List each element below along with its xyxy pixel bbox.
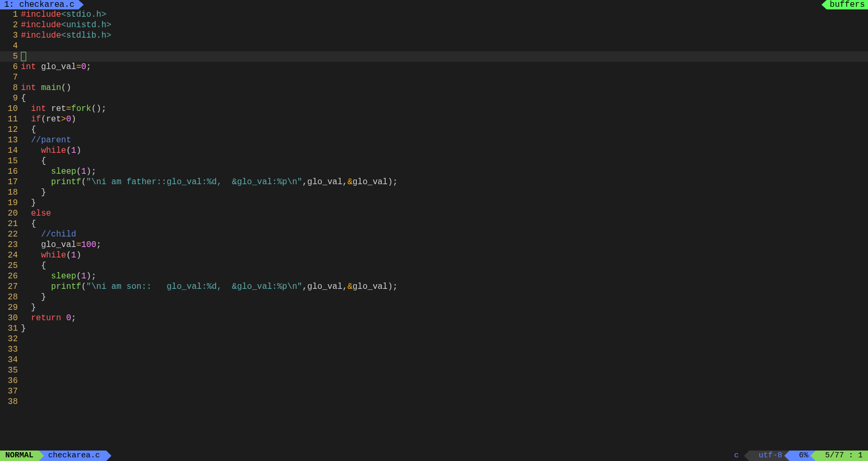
- code-line[interactable]: 34: [0, 355, 868, 365]
- line-number: 11: [0, 114, 21, 125]
- code-content: }: [21, 187, 868, 198]
- code-content: #include<stdio.h>: [21, 9, 868, 20]
- code-line[interactable]: 7: [0, 72, 868, 83]
- code-line[interactable]: 36: [0, 376, 868, 386]
- code-line[interactable]: 13 //parent: [0, 135, 868, 145]
- code-content: [21, 344, 868, 355]
- code-content: [21, 386, 868, 397]
- line-number: 3: [0, 30, 21, 41]
- code-line[interactable]: 3#include<stdlib.h>: [0, 30, 868, 41]
- line-number: 4: [0, 41, 21, 51]
- code-content: #include<stdlib.h>: [21, 30, 868, 41]
- code-content: //child: [21, 229, 868, 240]
- line-number: 38: [0, 397, 21, 407]
- code-content: int glo_val=0;: [21, 62, 868, 72]
- line-number: 2: [0, 20, 21, 30]
- code-content: if(ret>0): [21, 114, 868, 125]
- tab-label: 1: checkarea.c: [4, 0, 74, 10]
- code-line[interactable]: 23 glo_val=100;: [0, 240, 868, 250]
- line-number: 7: [0, 72, 21, 83]
- mode-text: NORMAL: [5, 451, 33, 461]
- tab-bar: 1: checkarea.c buffers: [0, 0, 868, 9]
- position-segment: 5/77 : 1: [816, 451, 868, 461]
- cursor: [21, 52, 26, 61]
- code-content: {: [21, 93, 868, 104]
- line-number: 34: [0, 355, 21, 365]
- code-line[interactable]: 4: [0, 41, 868, 51]
- code-content: int main(): [21, 83, 868, 93]
- code-content: glo_val=100;: [21, 240, 868, 250]
- code-line[interactable]: 10 int ret=fork();: [0, 104, 868, 114]
- code-line[interactable]: 19 }: [0, 198, 868, 208]
- code-line[interactable]: 31}: [0, 323, 868, 334]
- code-content: [21, 41, 868, 51]
- code-line[interactable]: 20 else: [0, 208, 868, 219]
- code-line[interactable]: 1#include<stdio.h>: [0, 9, 868, 20]
- code-line[interactable]: 29 }: [0, 302, 868, 313]
- line-number: 28: [0, 292, 21, 302]
- code-line[interactable]: 12 {: [0, 125, 868, 135]
- code-content: }: [21, 302, 868, 313]
- code-content: while(1): [21, 145, 868, 156]
- code-line[interactable]: 5: [0, 51, 868, 62]
- code-line[interactable]: 27 printf("\ni am son:: glo_val:%d, &glo…: [0, 282, 868, 292]
- code-line[interactable]: 18 }: [0, 187, 868, 198]
- code-line[interactable]: 26 sleep(1);: [0, 271, 868, 282]
- code-line[interactable]: 30 return 0;: [0, 313, 868, 323]
- line-number: 15: [0, 156, 21, 166]
- code-line[interactable]: 24 while(1): [0, 250, 868, 261]
- code-line[interactable]: 35: [0, 365, 868, 376]
- code-line[interactable]: 8int main(): [0, 83, 868, 93]
- line-number: 21: [0, 219, 21, 229]
- code-line[interactable]: 2#include<unistd.h>: [0, 20, 868, 30]
- line-number: 5: [0, 51, 21, 62]
- code-content: int ret=fork();: [21, 104, 868, 114]
- code-line[interactable]: 6int glo_val=0;: [0, 62, 868, 72]
- code-line[interactable]: 16 sleep(1);: [0, 166, 868, 177]
- code-line[interactable]: 33: [0, 344, 868, 355]
- line-number: 37: [0, 386, 21, 397]
- code-line[interactable]: 38: [0, 397, 868, 407]
- code-content: [21, 355, 868, 365]
- editor-area[interactable]: 1#include<stdio.h>2#include<unistd.h>3#i…: [0, 9, 868, 451]
- line-number: 17: [0, 177, 21, 187]
- code-content: return 0;: [21, 313, 868, 323]
- code-content: }: [21, 292, 868, 302]
- code-content: {: [21, 125, 868, 135]
- code-content: }: [21, 323, 868, 334]
- code-content: {: [21, 219, 868, 229]
- code-line[interactable]: 14 while(1): [0, 145, 868, 156]
- line-number: 8: [0, 83, 21, 93]
- status-bar: NORMAL checkarea.c c utf-8 6% 5/77 : 1: [0, 451, 868, 461]
- code-line[interactable]: 21 {: [0, 219, 868, 229]
- code-content: sleep(1);: [21, 166, 868, 177]
- code-line[interactable]: 28 }: [0, 292, 868, 302]
- code-content: [21, 397, 868, 407]
- code-content: }: [21, 198, 868, 208]
- code-content: {: [21, 156, 868, 166]
- code-line[interactable]: 11 if(ret>0): [0, 114, 868, 125]
- line-number: 29: [0, 302, 21, 313]
- code-line[interactable]: 17 printf("\ni am father::glo_val:%d, &g…: [0, 177, 868, 187]
- code-content: [21, 51, 868, 62]
- line-number: 24: [0, 250, 21, 261]
- code-line[interactable]: 37: [0, 386, 868, 397]
- code-content: while(1): [21, 250, 868, 261]
- line-number: 18: [0, 187, 21, 198]
- code-line[interactable]: 9{: [0, 93, 868, 104]
- code-line[interactable]: 15 {: [0, 156, 868, 166]
- filename-segment: checkarea.c: [39, 451, 106, 461]
- code-content: else: [21, 208, 868, 219]
- code-line[interactable]: 25 {: [0, 261, 868, 271]
- line-number: 1: [0, 9, 21, 20]
- line-number: 25: [0, 261, 21, 271]
- code-line[interactable]: 22 //child: [0, 229, 868, 240]
- line-number: 12: [0, 125, 21, 135]
- tab-active[interactable]: 1: checkarea.c: [0, 0, 78, 9]
- filename-text: checkarea.c: [48, 451, 100, 461]
- line-number: 31: [0, 323, 21, 334]
- line-number: 26: [0, 271, 21, 282]
- buffers-button[interactable]: buffers: [827, 0, 868, 9]
- code-line[interactable]: 32: [0, 334, 868, 344]
- line-number: 30: [0, 313, 21, 323]
